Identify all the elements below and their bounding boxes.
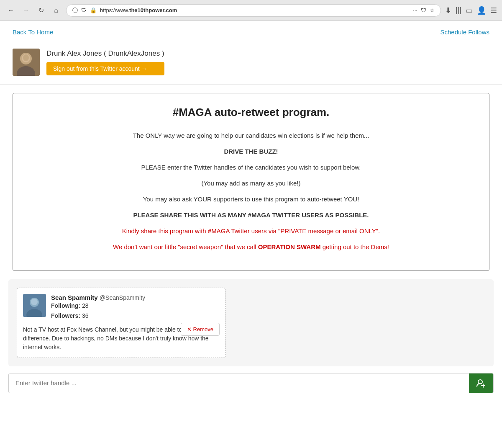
svg-point-4 xyxy=(23,54,29,61)
card-handle: @SeanSpammity xyxy=(100,294,145,301)
add-handle-button[interactable] xyxy=(469,373,493,393)
reader-icon[interactable]: ▭ xyxy=(466,6,473,15)
account-avatar xyxy=(13,49,40,76)
browser-toolbar: ⬇ ||| ▭ 👤 ☰ xyxy=(445,6,497,15)
star-icon: ☆ xyxy=(430,7,435,13)
content-line5: You may also ask YOUR supporters to use … xyxy=(38,194,464,204)
accounts-panel: Sean Spammity @SeanSpammity Following: 2… xyxy=(8,279,494,366)
content-line8: We don't want our little "secret weapon"… xyxy=(38,242,464,252)
add-user-icon xyxy=(476,378,486,388)
followers-stat: Followers: 36 xyxy=(51,311,220,321)
following-stat: Following: 28 xyxy=(51,301,220,311)
operation-swarm-text: OPERATION SWARM xyxy=(258,243,321,250)
lock-icon: 🔒 xyxy=(90,7,97,13)
profile-icon[interactable]: 👤 xyxy=(477,6,486,15)
home-button[interactable]: ⌂ xyxy=(50,5,62,16)
card-stats: Following: 28 Followers: 36 xyxy=(51,301,220,321)
library-icon[interactable]: ||| xyxy=(456,6,461,15)
reload-button[interactable]: ↻ xyxy=(35,5,47,16)
more-icon: ··· xyxy=(413,7,417,13)
card-avatar xyxy=(23,294,46,317)
account-section: Drunk Alex Jones ( DrunkAlexJones ) Sign… xyxy=(0,40,502,85)
content-line4: (You may add as many as you like!) xyxy=(38,178,464,188)
forward-button[interactable]: → xyxy=(20,5,32,16)
back-to-home-link[interactable]: Back To Home xyxy=(13,28,53,36)
twitter-card: Sean Spammity @SeanSpammity Following: 2… xyxy=(17,288,226,358)
download-icon[interactable]: ⬇ xyxy=(445,6,451,15)
program-title: #MAGA auto-retweet program. xyxy=(38,106,464,119)
main-content-box: #MAGA auto-retweet program. The ONLY way… xyxy=(13,93,489,271)
account-name: Drunk Alex Jones ( DrunkAlexJones ) xyxy=(46,49,164,58)
shield-icon: 🛡 xyxy=(81,7,87,13)
svg-point-8 xyxy=(31,299,38,305)
content-line7: Kindly share this program with #MAGA Twi… xyxy=(38,226,464,236)
schedule-follows-link[interactable]: Schedule Follows xyxy=(440,28,489,36)
info-icon: ⓘ xyxy=(72,7,78,14)
line8-suffix: getting out to the Dems! xyxy=(321,243,389,250)
browser-chrome: ← → ↻ ⌂ ⓘ 🛡 🔒 https://www.the10thpower.c… xyxy=(0,0,502,21)
menu-icon[interactable]: ☰ xyxy=(490,6,497,15)
url-display: https://www.the10thpower.com xyxy=(100,7,410,13)
card-username: Sean Spammity @SeanSpammity xyxy=(51,294,220,301)
line8-prefix: We don't want our little "secret weapon"… xyxy=(113,243,258,250)
input-row xyxy=(8,373,494,393)
page-header: Back To Home Schedule Follows xyxy=(0,21,502,40)
content-line6: PLEASE SHARE THIS WITH AS MANY #MAGA TWI… xyxy=(38,210,464,220)
twitter-handle-input[interactable] xyxy=(9,373,469,392)
pocket-icon: 🛡 xyxy=(421,7,426,13)
nav-buttons: ← → ↻ ⌂ xyxy=(5,5,62,16)
avatar-image xyxy=(13,49,40,76)
content-line1: The ONLY way we are going to help our ca… xyxy=(38,131,464,141)
account-info: Drunk Alex Jones ( DrunkAlexJones ) Sign… xyxy=(46,49,164,75)
content-line3: PLEASE enter the Twitter handles of the … xyxy=(38,162,464,173)
content-line2: DRIVE THE BUZZ! xyxy=(38,147,464,157)
back-button[interactable]: ← xyxy=(5,5,17,16)
signout-button[interactable]: Sign out from this Twitter account → xyxy=(46,62,164,75)
card-user-info: Sean Spammity @SeanSpammity Following: 2… xyxy=(51,294,220,321)
address-bar[interactable]: ⓘ 🛡 🔒 https://www.the10thpower.com ··· 🛡… xyxy=(66,4,441,17)
remove-button[interactable]: ✕ Remove xyxy=(181,323,220,336)
card-header: Sean Spammity @SeanSpammity Following: 2… xyxy=(23,294,220,321)
